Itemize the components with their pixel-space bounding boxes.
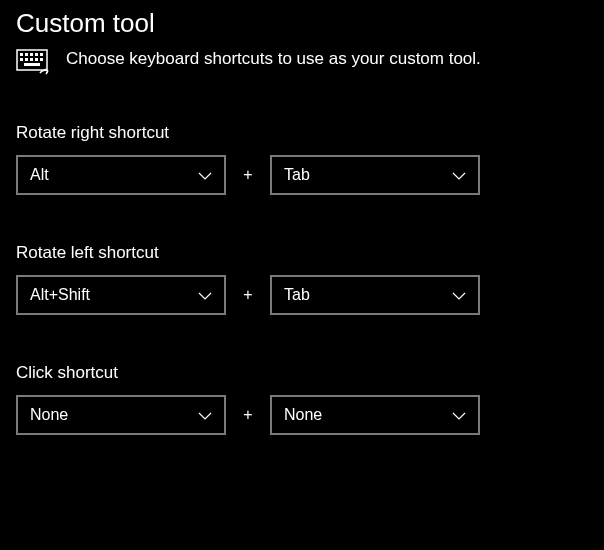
plus-separator: + — [242, 286, 254, 304]
rotate-right-modifier-dropdown[interactable]: Alt — [16, 155, 226, 195]
dropdown-value: Alt — [30, 166, 49, 184]
rotate-left-dropdown-row: Alt+Shift + Tab — [16, 275, 588, 315]
dropdown-value: Tab — [284, 286, 310, 304]
click-modifier-dropdown[interactable]: None — [16, 395, 226, 435]
rotate-left-label: Rotate left shortcut — [16, 243, 588, 263]
chevron-down-icon — [198, 406, 212, 424]
dropdown-value: Alt+Shift — [30, 286, 90, 304]
description-row: Choose keyboard shortcuts to use as your… — [16, 47, 588, 83]
plus-separator: + — [242, 406, 254, 424]
dropdown-value: None — [284, 406, 322, 424]
svg-rect-8 — [30, 58, 33, 61]
rotate-left-modifier-dropdown[interactable]: Alt+Shift — [16, 275, 226, 315]
click-key-dropdown[interactable]: None — [270, 395, 480, 435]
svg-rect-2 — [25, 53, 28, 56]
chevron-down-icon — [198, 166, 212, 184]
chevron-down-icon — [452, 286, 466, 304]
chevron-down-icon — [452, 406, 466, 424]
click-label: Click shortcut — [16, 363, 588, 383]
svg-rect-9 — [35, 58, 38, 61]
rotate-right-shortcut-group: Rotate right shortcut Alt + Tab — [16, 123, 588, 195]
rotate-right-dropdown-row: Alt + Tab — [16, 155, 588, 195]
dropdown-value: Tab — [284, 166, 310, 184]
rotate-right-key-dropdown[interactable]: Tab — [270, 155, 480, 195]
svg-rect-4 — [35, 53, 38, 56]
description-text: Choose keyboard shortcuts to use as your… — [66, 47, 481, 69]
keyboard-icon — [16, 49, 52, 83]
svg-rect-5 — [40, 53, 43, 56]
plus-separator: + — [242, 166, 254, 184]
svg-rect-7 — [25, 58, 28, 61]
svg-rect-6 — [20, 58, 23, 61]
page-title: Custom tool — [16, 8, 588, 39]
chevron-down-icon — [452, 166, 466, 184]
dropdown-value: None — [30, 406, 68, 424]
svg-rect-1 — [20, 53, 23, 56]
chevron-down-icon — [198, 286, 212, 304]
click-dropdown-row: None + None — [16, 395, 588, 435]
rotate-left-key-dropdown[interactable]: Tab — [270, 275, 480, 315]
rotate-left-shortcut-group: Rotate left shortcut Alt+Shift + Tab — [16, 243, 588, 315]
svg-rect-3 — [30, 53, 33, 56]
svg-rect-10 — [40, 58, 43, 61]
svg-rect-11 — [24, 63, 40, 66]
rotate-right-label: Rotate right shortcut — [16, 123, 588, 143]
click-shortcut-group: Click shortcut None + None — [16, 363, 588, 435]
